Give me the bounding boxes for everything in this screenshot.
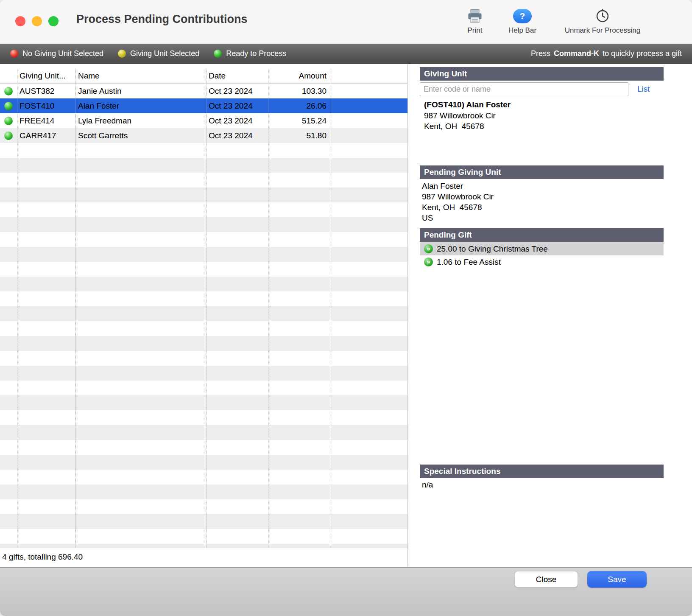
close-window-button[interactable] — [15, 16, 25, 26]
status-dot-icon — [4, 117, 13, 125]
row-status — [0, 98, 17, 113]
help-bar-button[interactable]: ? Help Bar — [500, 6, 544, 35]
row-amount: 515.24 — [268, 113, 331, 128]
status-dot-icon — [4, 132, 13, 140]
selected-giving-unit-name: (FOST410) Alan Foster — [424, 100, 511, 109]
status-column-header[interactable] — [0, 68, 17, 83]
row-name: Lyla Freedman — [75, 113, 206, 128]
pending-giving-unit-address: Alan Foster 987 Willowbrook Cir Kent, OH… — [422, 181, 494, 223]
row-status — [0, 128, 17, 143]
process-arrows-icon — [424, 258, 433, 266]
shortcut-key: Command-K — [554, 49, 599, 58]
window-title: Process Pending Contributions — [76, 13, 248, 26]
row-name: Alan Foster — [75, 98, 206, 113]
column-divider — [331, 68, 331, 548]
column-divider — [268, 68, 268, 548]
row-date: Oct 23 2024 — [206, 113, 268, 128]
column-header-date[interactable]: Date — [206, 68, 268, 83]
pending-gift-label: 1.06 to Fee Assist — [437, 258, 501, 267]
row-giving-unit-code: GARR417 — [17, 128, 75, 143]
row-giving-unit-code: FOST410 — [17, 98, 75, 113]
shortcut-hint: Press Command-K to quickly process a gif… — [531, 49, 682, 58]
legend-label: Ready to Process — [226, 49, 286, 58]
detail-panel: Giving Unit List (FOST410) Alan Foster 9… — [420, 64, 664, 566]
legend-label: No Giving Unit Selected — [22, 49, 103, 58]
print-button[interactable]: Print — [457, 6, 493, 35]
giving-unit-search-input[interactable] — [420, 82, 628, 96]
table-row[interactable]: FOST410Alan FosterOct 23 202426.06 — [0, 98, 407, 113]
save-button[interactable]: Save — [587, 571, 647, 588]
selected-giving-unit-address1: 987 Willowbrook Cir — [424, 111, 496, 120]
legend-item-red: No Giving Unit Selected — [10, 49, 103, 58]
table-header: Giving Unit... Name Date Amount — [0, 68, 407, 84]
red-status-dot-icon — [10, 50, 18, 58]
legend-item-yellow: Giving Unit Selected — [118, 49, 199, 58]
green-status-dot-icon — [214, 50, 222, 58]
zoom-window-button[interactable] — [48, 16, 59, 26]
column-divider — [75, 68, 76, 548]
legend-item-green: Ready to Process — [214, 49, 286, 58]
column-divider — [206, 68, 206, 548]
row-amount: 51.80 — [268, 128, 331, 143]
list-link[interactable]: List — [637, 84, 650, 94]
app-window: Process Pending Contributions Print ? He… — [0, 0, 692, 616]
help-bar-label: Help Bar — [500, 26, 544, 35]
minimize-window-button[interactable] — [32, 16, 42, 26]
column-divider — [17, 68, 17, 548]
unmark-label: Unmark For Processing — [551, 26, 654, 35]
process-arrows-icon — [424, 244, 433, 253]
clock-icon — [551, 6, 654, 26]
unmark-for-processing-button[interactable]: Unmark For Processing — [551, 6, 654, 35]
table-row[interactable]: FREE414Lyla FreedmanOct 23 2024515.24 — [0, 113, 407, 128]
status-dot-icon — [4, 102, 13, 110]
shortcut-suffix: to quickly process a gift — [603, 49, 682, 58]
pending-gift-label: 25.00 to Giving Christmas Tree — [437, 244, 548, 254]
traffic-lights — [15, 16, 59, 26]
column-header-amount[interactable]: Amount — [268, 68, 331, 83]
row-name: Scott Garretts — [75, 128, 206, 143]
table-row[interactable]: GARR417Scott GarrettsOct 23 202451.80 — [0, 128, 407, 143]
close-button[interactable]: Close — [514, 571, 578, 588]
row-status — [0, 84, 17, 98]
help-icon: ? — [513, 9, 532, 23]
pending-gift-row[interactable]: 1.06 to Fee Assist — [420, 255, 664, 269]
row-giving-unit-code: AUST382 — [17, 84, 75, 98]
titlebar: Process Pending Contributions Print ? He… — [0, 0, 692, 44]
bottom-bar: Close Save — [0, 567, 692, 616]
column-header-giving-unit[interactable]: Giving Unit... — [17, 68, 75, 83]
yellow-status-dot-icon — [118, 50, 126, 58]
pending-giving-unit-header: Pending Giving Unit — [420, 165, 664, 179]
row-date: Oct 23 2024 — [206, 98, 268, 113]
selected-giving-unit-address2: Kent, OH 45678 — [424, 122, 484, 131]
special-instructions-header: Special Instructions — [420, 465, 664, 478]
status-dot-icon — [4, 87, 13, 95]
row-name: Janie Austin — [75, 84, 206, 98]
pending-gift-header: Pending Gift — [420, 228, 664, 242]
pending-gift-list: 25.00 to Giving Christmas Tree1.06 to Fe… — [420, 242, 664, 269]
row-giving-unit-code: FREE414 — [17, 113, 75, 128]
row-amount: 26.06 — [268, 98, 331, 113]
row-status — [0, 113, 17, 128]
row-date: Oct 23 2024 — [206, 84, 268, 98]
special-instructions-value: n/a — [422, 480, 433, 490]
table-row[interactable]: AUST382Janie AustinOct 23 2024103.30 — [0, 84, 407, 98]
giving-unit-header: Giving Unit — [420, 67, 664, 81]
row-date: Oct 23 2024 — [206, 128, 268, 143]
pending-gift-row[interactable]: 25.00 to Giving Christmas Tree — [420, 242, 664, 255]
legend-label: Giving Unit Selected — [130, 49, 199, 58]
gifts-total-status: 4 gifts, totalling 696.40 — [0, 548, 407, 566]
contributions-table-body: AUST382Janie AustinOct 23 2024103.30FOST… — [0, 84, 407, 548]
column-header-name[interactable]: Name — [75, 68, 206, 83]
legend-bar: No Giving Unit SelectedGiving Unit Selec… — [0, 44, 692, 64]
print-label: Print — [457, 26, 493, 35]
row-amount: 103.30 — [268, 84, 331, 98]
contributions-table: Giving Unit... Name Date Amount AUST382J… — [0, 64, 408, 566]
legend-items: No Giving Unit SelectedGiving Unit Selec… — [10, 49, 301, 58]
printer-icon — [457, 6, 493, 26]
shortcut-prefix: Press — [531, 49, 550, 58]
